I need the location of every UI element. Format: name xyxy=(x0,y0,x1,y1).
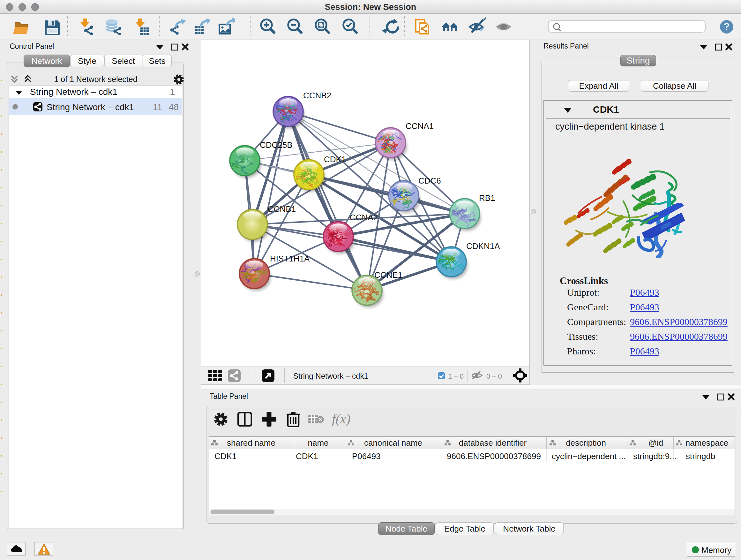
svg-text:CCNA1: CCNA1 xyxy=(406,121,434,131)
svg-text:CCNB1: CCNB1 xyxy=(268,204,296,214)
svg-text:RB1: RB1 xyxy=(479,193,495,203)
svg-text:CDC25B: CDC25B xyxy=(260,140,293,150)
svg-text:CCNB2: CCNB2 xyxy=(303,91,331,100)
svg-text:CCNE1: CCNE1 xyxy=(374,270,402,280)
svg-text:CDC6: CDC6 xyxy=(418,176,441,186)
svg-text:CDKN1A: CDKN1A xyxy=(466,241,500,251)
svg-text:CCNA2: CCNA2 xyxy=(350,212,378,222)
svg-text:HIST1H1A: HIST1H1A xyxy=(270,254,310,263)
svg-text:CDK1: CDK1 xyxy=(324,154,346,164)
